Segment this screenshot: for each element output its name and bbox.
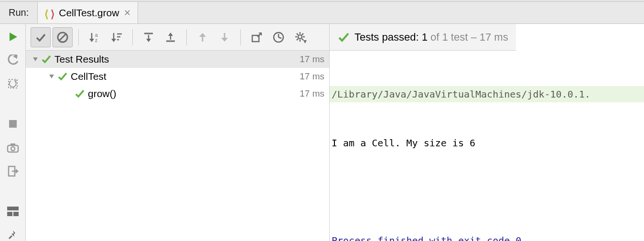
console-exit-line: Process finished with exit code 0: [330, 232, 644, 241]
tree-test-time: 17 ms: [300, 88, 324, 99]
tree-test-label: grow(): [88, 88, 300, 99]
svg-text:a: a: [95, 33, 98, 38]
svg-marker-0: [10, 33, 17, 41]
run-config-tab[interactable]: ⟨⟩ CellTest.grow ✕: [37, 2, 138, 23]
run-side-rail: [0, 24, 26, 241]
svg-rect-11: [7, 207, 19, 210]
check-icon: [57, 71, 68, 82]
stop-button[interactable]: [6, 118, 20, 130]
svg-line-49: [302, 39, 303, 40]
svg-marker-53: [33, 57, 38, 61]
rerun-failed-button[interactable]: [6, 54, 20, 66]
run-config-title: CellTest.grow: [59, 7, 119, 19]
run-tab-strip: Run: ⟨⟩ CellTest.grow ✕: [0, 2, 644, 24]
test-tree[interactable]: Test Results 17 ms CellTest 17 ms grow()…: [26, 51, 330, 241]
tree-suite-row[interactable]: CellTest 17 ms: [26, 68, 329, 85]
collapse-all-button[interactable]: [161, 27, 181, 47]
expand-all-button[interactable]: [139, 27, 159, 47]
test-status-bar: Tests passed: 1 of 1 test – 17 ms: [330, 24, 516, 51]
svg-point-6: [11, 147, 15, 151]
layout-button[interactable]: [6, 206, 20, 218]
svg-marker-23: [111, 39, 116, 42]
svg-rect-4: [9, 120, 17, 128]
show-passed-toggle[interactable]: [31, 27, 51, 47]
svg-marker-29: [146, 39, 151, 42]
status-prefix: Tests passed:: [354, 31, 419, 43]
chevron-down-icon[interactable]: [31, 56, 40, 63]
run-panel-label: Run:: [0, 7, 37, 18]
tree-suite-time: 17 ms: [300, 71, 324, 82]
tree-root-label: Test Results: [54, 54, 300, 65]
svg-line-15: [9, 236, 12, 239]
svg-line-51: [302, 33, 303, 35]
svg-marker-14: [11, 230, 15, 237]
svg-marker-52: [303, 40, 307, 44]
export-results-button[interactable]: [247, 27, 267, 47]
status-suffix: of 1 test – 17 ms: [430, 31, 508, 43]
console-output[interactable]: /Library/Java/JavaVirtualMachines/jdk-10…: [330, 51, 644, 241]
svg-rect-7: [11, 143, 15, 145]
close-icon[interactable]: ✕: [124, 8, 131, 18]
show-ignored-toggle[interactable]: [53, 27, 73, 47]
console-output-line: I am a Cell. My size is 6: [330, 135, 644, 151]
dump-threads-button[interactable]: [6, 142, 20, 153]
svg-line-48: [297, 33, 298, 35]
svg-rect-12: [7, 212, 12, 216]
svg-marker-34: [199, 33, 206, 37]
svg-text:z: z: [95, 38, 97, 43]
svg-rect-13: [13, 212, 19, 216]
svg-marker-54: [49, 75, 54, 78]
tree-root-time: 17 ms: [300, 54, 324, 65]
test-tree-toolbar: az: [26, 24, 330, 51]
exit-button[interactable]: [6, 165, 20, 177]
console-command-line: /Library/Java/JavaVirtualMachines/jdk-10…: [330, 86, 644, 102]
check-icon: [41, 54, 52, 65]
check-icon: [337, 31, 350, 44]
check-icon: [75, 88, 85, 99]
history-button[interactable]: [268, 27, 289, 47]
svg-line-17: [59, 34, 66, 41]
svg-line-42: [279, 37, 281, 38]
svg-line-50: [297, 39, 298, 40]
chevron-down-icon[interactable]: [47, 73, 56, 80]
run-config-icon: ⟨⟩: [44, 8, 54, 18]
tree-test-row[interactable]: grow() 17 ms: [26, 85, 329, 102]
status-passed-count: 1: [422, 31, 428, 43]
toggle-autotest-button[interactable]: [6, 77, 20, 89]
svg-marker-10: [16, 169, 19, 174]
sort-duration-button[interactable]: [107, 27, 127, 47]
svg-marker-19: [89, 39, 94, 42]
run-button[interactable]: [6, 31, 20, 43]
test-settings-button[interactable]: [290, 27, 311, 47]
prev-failed-button[interactable]: [193, 27, 213, 47]
sort-alpha-button[interactable]: az: [85, 27, 105, 47]
pin-button[interactable]: [6, 229, 20, 241]
tree-root-row[interactable]: Test Results 17 ms: [26, 51, 329, 68]
tree-suite-label: CellTest: [71, 71, 300, 82]
next-failed-button[interactable]: [215, 27, 235, 47]
svg-marker-36: [221, 38, 228, 42]
svg-marker-32: [168, 33, 173, 36]
svg-point-43: [298, 35, 302, 39]
